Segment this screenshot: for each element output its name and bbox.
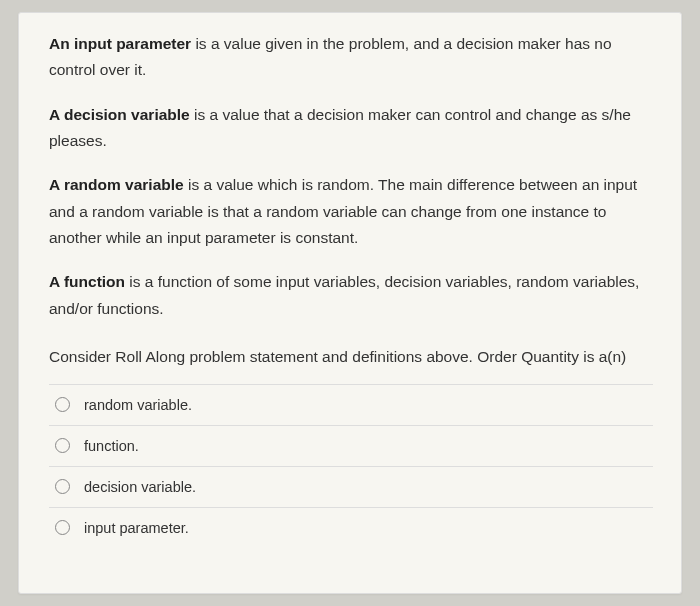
option-label: function. bbox=[84, 438, 139, 454]
radio-icon bbox=[55, 397, 70, 412]
term: A decision variable bbox=[49, 106, 190, 123]
term: An input parameter bbox=[49, 35, 191, 52]
question-section: Consider Roll Along problem statement an… bbox=[49, 344, 653, 370]
definition-random-variable: A random variable is a value which is ra… bbox=[49, 172, 653, 251]
options-list: random variable. function. decision vari… bbox=[49, 384, 653, 548]
definition-text: is a function of some input variables, d… bbox=[49, 273, 639, 316]
option-label: random variable. bbox=[84, 397, 192, 413]
radio-icon bbox=[55, 438, 70, 453]
option-random-variable[interactable]: random variable. bbox=[49, 384, 653, 425]
term: A random variable bbox=[49, 176, 184, 193]
term: A function bbox=[49, 273, 125, 290]
radio-icon bbox=[55, 520, 70, 535]
option-label: input parameter. bbox=[84, 520, 189, 536]
option-input-parameter[interactable]: input parameter. bbox=[49, 507, 653, 548]
definition-decision-variable: A decision variable is a value that a de… bbox=[49, 102, 653, 155]
option-function[interactable]: function. bbox=[49, 425, 653, 466]
definition-input-parameter: An input parameter is a value given in t… bbox=[49, 31, 653, 84]
option-label: decision variable. bbox=[84, 479, 196, 495]
radio-icon bbox=[55, 479, 70, 494]
option-decision-variable[interactable]: decision variable. bbox=[49, 466, 653, 507]
definition-function: A function is a function of some input v… bbox=[49, 269, 653, 322]
question-text: Consider Roll Along problem statement an… bbox=[49, 344, 653, 370]
question-card: An input parameter is a value given in t… bbox=[18, 12, 682, 594]
